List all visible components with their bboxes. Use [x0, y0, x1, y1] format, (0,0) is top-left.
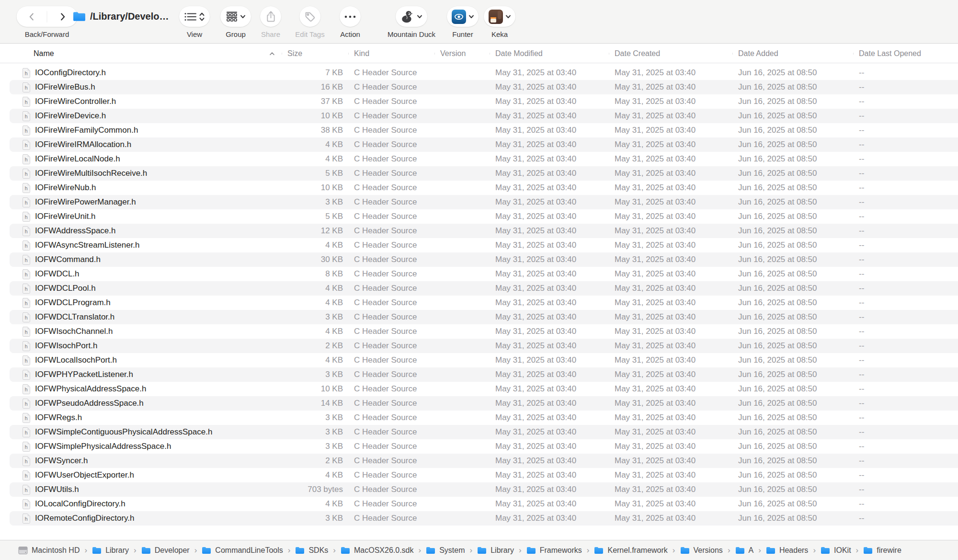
path-item[interactable]: Library	[92, 546, 129, 555]
file-size: 3 KB	[282, 197, 348, 207]
table-row[interactable]: h IOFWUserObjectExporter.h 4 KB C Header…	[0, 468, 958, 482]
table-row[interactable]: h IOFireWireUnit.h 5 KB C Header Source …	[0, 209, 958, 224]
svg-text:h: h	[25, 430, 28, 435]
file-kind: C Header Source	[348, 370, 434, 379]
keka-button[interactable]: Keka	[484, 6, 515, 38]
path-item[interactable]: Versions	[680, 546, 723, 555]
view-control[interactable]: View	[179, 6, 210, 38]
file-kind: C Header Source	[348, 140, 434, 149]
svg-text:h: h	[25, 114, 28, 119]
table-row[interactable]: h IOFWAddressSpace.h 12 KB C Header Sour…	[0, 224, 958, 238]
table-row[interactable]: h IOFWDCLPool.h 4 KB C Header Source May…	[0, 281, 958, 296]
path-separator: ›	[856, 546, 859, 554]
table-row[interactable]: h IORemoteConfigDirectory.h 3 KB C Heade…	[0, 511, 958, 526]
path-item[interactable]: Frameworks	[526, 546, 582, 555]
path-item[interactable]: Developer	[141, 546, 190, 555]
table-row[interactable]: h IOLocalConfigDirectory.h 4 KB C Header…	[0, 497, 958, 511]
table-row[interactable]: h IOFWSyncer.h 2 KB C Header Source May …	[0, 454, 958, 468]
file-kind: C Header Source	[348, 485, 434, 494]
column-header-date-added[interactable]: Date Added	[732, 49, 853, 58]
table-row[interactable]: h IOFWSimplePhysicalAddressSpace.h 3 KB …	[0, 439, 958, 454]
file-name: IOFireWireController.h	[35, 97, 116, 106]
file-name: IOFireWireFamilyCommon.h	[35, 126, 138, 135]
table-row[interactable]: h IOFireWireBus.h 16 KB C Header Source …	[0, 80, 958, 94]
table-row[interactable]: h IOFireWireLocalNode.h 4 KB C Header So…	[0, 152, 958, 166]
file-date-modified: May 31, 2025 at 03:40	[490, 284, 609, 293]
table-row[interactable]: h IOFireWireIRMAllocation.h 4 KB C Heade…	[0, 137, 958, 152]
column-header-name[interactable]: Name	[0, 49, 282, 58]
svg-text:h: h	[25, 329, 28, 335]
column-header-size[interactable]: Size	[282, 49, 348, 58]
share-button[interactable]: Share	[260, 6, 281, 38]
path-item[interactable]: System	[426, 546, 465, 555]
window-title-proxy[interactable]: /Library/Develo…	[73, 6, 169, 27]
path-item[interactable]: Library	[477, 546, 514, 555]
file-date-created: May 31, 2025 at 03:40	[609, 97, 732, 106]
path-item[interactable]: SDKs	[295, 546, 328, 555]
file-date-added: Jun 16, 2025 at 08:50	[732, 226, 853, 236]
mountain-duck-button[interactable]: Mountain Duck	[388, 6, 435, 38]
file-date-added: Jun 16, 2025 at 08:50	[732, 97, 853, 106]
table-row[interactable]: h IOFWPseudoAddressSpace.h 14 KB C Heade…	[0, 396, 958, 411]
table-row[interactable]: h IOFWPhysicalAddressSpace.h 10 KB C Hea…	[0, 382, 958, 396]
column-header-date-last-opened[interactable]: Date Last Opened	[853, 49, 958, 58]
column-header-date-created[interactable]: Date Created	[609, 49, 732, 58]
file-date-added: Jun 16, 2025 at 08:50	[732, 140, 853, 149]
table-row[interactable]: h IOFWAsyncStreamListener.h 4 KB C Heade…	[0, 238, 958, 252]
edit-tags-button[interactable]: Edit Tags	[295, 6, 324, 38]
table-row[interactable]: h IOFWDCLTranslator.h 3 KB C Header Sour…	[0, 310, 958, 324]
table-row[interactable]: h IOFWRegs.h 3 KB C Header Source May 31…	[0, 411, 958, 425]
path-item-label: Library	[490, 546, 514, 555]
path-item[interactable]: Headers	[766, 546, 808, 555]
table-row[interactable]: h IOFireWirePowerManager.h 3 KB C Header…	[0, 195, 958, 209]
table-row[interactable]: h IOFireWireDevice.h 10 KB C Header Sour…	[0, 109, 958, 123]
path-item-label: SDKs	[308, 546, 328, 555]
back-button[interactable]	[17, 6, 47, 27]
toolbar: Back/Forward /Library/Develo… View	[0, 0, 958, 44]
file-size: 16 KB	[282, 82, 348, 92]
file-name: IOFWUtils.h	[35, 485, 79, 494]
file-size: 3 KB	[282, 442, 348, 451]
table-row[interactable]: h IOFWSimpleContiguousPhysicalAddressSpa…	[0, 425, 958, 439]
path-item[interactable]: IOKit	[821, 546, 851, 555]
table-row[interactable]: h IOFWIsochPort.h 2 KB C Header Source M…	[0, 339, 958, 353]
funter-button[interactable]: Funter	[447, 6, 479, 38]
svg-text:h: h	[25, 171, 28, 177]
path-bar: Macintosh HD › Library › Developer ›	[0, 540, 958, 560]
path-item[interactable]: firewire	[863, 546, 901, 555]
table-row[interactable]: h IOFWUtils.h 703 bytes C Header Source …	[0, 482, 958, 497]
table-row[interactable]: h IOFWDCLProgram.h 4 KB C Header Source …	[0, 296, 958, 310]
column-header-kind[interactable]: Kind	[348, 49, 434, 58]
action-label: Action	[340, 30, 360, 38]
file-date-added: Jun 16, 2025 at 08:50	[732, 111, 853, 121]
group-control[interactable]: Group	[220, 6, 251, 38]
path-item[interactable]: Macintosh HD	[18, 546, 80, 555]
table-row[interactable]: h IOFireWireNub.h 10 KB C Header Source …	[0, 181, 958, 195]
column-header-version[interactable]: Version	[434, 49, 490, 58]
file-date-added: Jun 16, 2025 at 08:50	[732, 68, 853, 78]
table-row[interactable]: h IOFireWireMultiIsochReceive.h 5 KB C H…	[0, 166, 958, 181]
path-item[interactable]: Kernel.framework	[594, 546, 667, 555]
path-item[interactable]: A	[735, 546, 754, 555]
table-row[interactable]: h IOFWCommand.h 30 KB C Header Source Ma…	[0, 252, 958, 267]
table-row[interactable]: h IOFWLocalIsochPort.h 4 KB C Header Sou…	[0, 353, 958, 367]
path-separator: ›	[519, 546, 522, 554]
table-row[interactable]: h IOConfigDirectory.h 7 KB C Header Sour…	[0, 66, 958, 80]
svg-text:h: h	[25, 157, 28, 162]
file-date-added: Jun 16, 2025 at 08:50	[732, 212, 853, 221]
file-kind: C Header Source	[348, 327, 434, 336]
table-row[interactable]: h IOFireWireFamilyCommon.h 38 KB C Heade…	[0, 123, 958, 137]
table-row[interactable]: h IOFWDCL.h 8 KB C Header Source May 31,…	[0, 267, 958, 281]
path-item[interactable]: MacOSX26.0.sdk	[341, 546, 414, 555]
action-button[interactable]: Action	[340, 6, 361, 38]
svg-text:h: h	[25, 300, 28, 306]
file-date-created: May 31, 2025 at 03:40	[609, 111, 732, 121]
column-header-date-modified[interactable]: Date Modified	[490, 49, 609, 58]
table-row[interactable]: h IOFWPHYPacketListener.h 3 KB C Header …	[0, 367, 958, 382]
file-date-added: Jun 16, 2025 at 08:50	[732, 341, 853, 351]
path-item[interactable]: CommandLineTools	[202, 546, 283, 555]
svg-text:h: h	[25, 358, 28, 364]
table-row[interactable]: h IOFireWireController.h 37 KB C Header …	[0, 94, 958, 109]
table-row[interactable]: h IOFWIsochChannel.h 4 KB C Header Sourc…	[0, 324, 958, 339]
header-file-icon: h	[22, 355, 31, 366]
